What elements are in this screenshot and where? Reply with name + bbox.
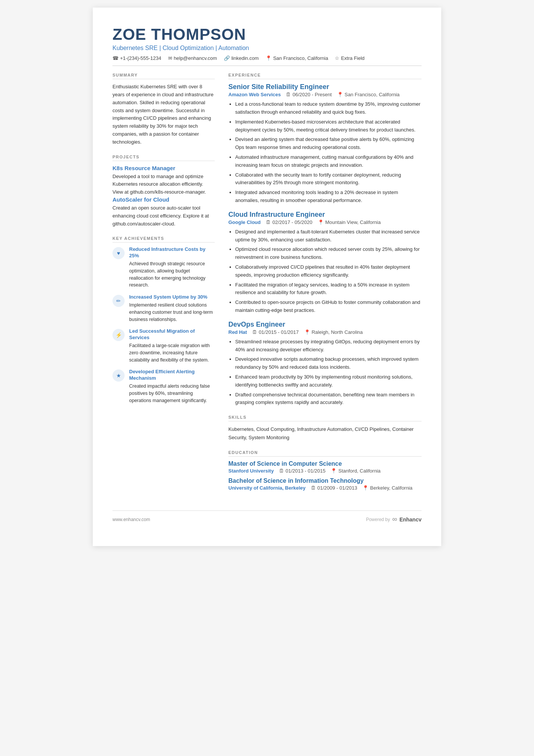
powered-by-text: Powered by: [366, 517, 390, 522]
edu-location-1: 📍 Stanford, California: [331, 468, 380, 474]
job-title-1: Senior Site Reliability Engineer: [228, 83, 422, 91]
job-company-1: Amazon Web Services: [228, 92, 281, 97]
project-desc-2: Created an open source auto-scaler tool …: [112, 204, 215, 228]
job-meta-1: Amazon Web Services 🗓 06/2020 - Present …: [228, 92, 422, 97]
bullet: Developed innovative scripts automating …: [235, 355, 422, 371]
job-meta-3: Red Hat 🗓 01/2015 - 01/2017 📍 Raleigh, N…: [228, 329, 422, 335]
brand-name: Enhancv: [400, 517, 422, 523]
job-3: DevOps Engineer Red Hat 🗓 01/2015 - 01/2…: [228, 321, 422, 407]
achievement-title-4: Developed Efficient Alerting Mechanism: [129, 369, 215, 382]
achievement-content-3: Led Successful Migration of Services Fac…: [129, 328, 215, 363]
achievement-desc-1: Achieved through strategic resource opti…: [129, 260, 215, 289]
achievement-icon-wrap-2: ✏: [112, 295, 125, 307]
edu-degree-2: Bachelor of Science in Information Techn…: [228, 477, 422, 484]
calendar-icon-2: 🗓: [266, 219, 271, 225]
pencil-icon: ✏: [116, 298, 121, 304]
achievement-icon-wrap-4: ★: [112, 369, 125, 382]
bullet: Optimized cloud resource allocation whic…: [235, 246, 422, 261]
achievement-title-3: Led Successful Migration of Services: [129, 328, 215, 341]
contact-extra: ☆ Extra Field: [335, 55, 364, 61]
job-company-2: Google Cloud: [228, 219, 261, 225]
education-section-title: EDUCATION: [228, 450, 422, 457]
summary-section: SUMMARY Enthusiastic Kubernetes SRE with…: [112, 73, 215, 146]
location-text: San Francisco, California: [273, 55, 328, 61]
job-bullets-2: Designed and implemented a fault-toleran…: [228, 228, 422, 315]
link-icon: 🔗: [224, 55, 230, 61]
achievement-content-4: Developed Efficient Alerting Mechanism C…: [129, 369, 215, 404]
email-text: help@enhancv.com: [174, 55, 217, 61]
bullet: Designed and implemented a fault-toleran…: [235, 228, 422, 244]
achievement-item-3: ⚡ Led Successful Migration of Services F…: [112, 328, 215, 363]
pin-icon-3: 📍: [304, 329, 310, 335]
education-section: EDUCATION Master of Science in Computer …: [228, 450, 422, 491]
skills-section-title: SKILLS: [228, 415, 422, 421]
calendar-edu-2: 🗓: [311, 485, 316, 491]
skills-text: Kubernetes, Cloud Computing, Infrastruct…: [228, 425, 422, 442]
job-1: Senior Site Reliability Engineer Amazon …: [228, 83, 422, 205]
achievements-section-title: KEY ACHIEVEMENTS: [112, 236, 215, 243]
calendar-icon-3: 🗓: [252, 329, 257, 335]
achievement-item-2: ✏ Increased System Uptime by 30% Impleme…: [112, 294, 215, 323]
candidate-subtitle: Kubernetes SRE | Cloud Optimization | Au…: [112, 45, 422, 52]
star-icon: ☆: [335, 55, 339, 61]
bullet: Led a cross-functional team to reduce sy…: [235, 100, 422, 116]
bullet: Facilitated the migration of legacy serv…: [235, 281, 422, 297]
experience-section-title: EXPERIENCE: [228, 73, 422, 79]
pin-edu-2: 📍: [362, 485, 368, 491]
achievement-item-4: ★ Developed Efficient Alerting Mechanism…: [112, 369, 215, 404]
left-column: SUMMARY Enthusiastic Kubernetes SRE with…: [112, 73, 215, 499]
lightning-icon: ⚡: [116, 332, 122, 338]
job-location-1: 📍 San Francisco, California: [337, 92, 400, 97]
heart-icon: ♥: [117, 250, 120, 256]
job-date-3: 🗓 01/2015 - 01/2017: [252, 329, 299, 335]
edu-location-2: 📍 Berkeley, California: [362, 485, 412, 491]
edu-school-2: University of California, Berkeley: [228, 485, 306, 491]
achievements-section: KEY ACHIEVEMENTS ♥ Reduced Infrastructur…: [112, 236, 215, 404]
edu-meta-1: Stanford University 🗓 01/2013 - 01/2015 …: [228, 468, 422, 474]
achievement-title-2: Increased System Uptime by 30%: [129, 294, 215, 301]
main-columns: SUMMARY Enthusiastic Kubernetes SRE with…: [112, 73, 422, 499]
project-item-2: AutoScaler for Cloud Created an open sou…: [112, 196, 215, 228]
contact-bar: ☎ +1-(234)-555-1234 ✉ help@enhancv.com 🔗…: [112, 55, 422, 66]
job-bullets-3: Streamlined release processes by integra…: [228, 338, 422, 407]
footer: www.enhancv.com Powered by ∞ Enhancv: [112, 510, 422, 523]
summary-text: Enthusiastic Kubernetes SRE with over 8 …: [112, 83, 215, 146]
footer-logo: Powered by ∞ Enhancv: [366, 515, 422, 523]
achievement-content-1: Reduced Infrastructure Costs by 25% Achi…: [129, 246, 215, 289]
projects-section-title: PROJECTS: [112, 155, 215, 161]
contact-email: ✉ help@enhancv.com: [168, 55, 217, 61]
contact-location: 📍 San Francisco, California: [265, 55, 328, 61]
project-desc-1: Developed a tool to manage and optimize …: [112, 173, 215, 196]
bullet: Collaborated with the security team to f…: [235, 171, 422, 187]
summary-section-title: SUMMARY: [112, 73, 215, 79]
candidate-name: ZOE THOMPSON: [112, 26, 422, 43]
job-company-3: Red Hat: [228, 329, 247, 335]
job-location-3: 📍 Raleigh, North Carolina: [304, 329, 363, 335]
job-meta-2: Google Cloud 🗓 02/2017 - 05/2020 📍 Mount…: [228, 219, 422, 225]
job-title-3: DevOps Engineer: [228, 321, 422, 329]
email-icon: ✉: [168, 55, 172, 61]
bullet: Collaboratively improved CI/CD pipelines…: [235, 263, 422, 279]
right-column: EXPERIENCE Senior Site Reliability Engin…: [228, 73, 422, 499]
footer-website: www.enhancv.com: [112, 517, 150, 522]
achievement-desc-4: Created impactful alerts reducing false …: [129, 383, 215, 404]
header: ZOE THOMPSON Kubernetes SRE | Cloud Opti…: [112, 26, 422, 66]
achievement-icon-wrap-3: ⚡: [112, 329, 125, 341]
achievement-desc-3: Facilitated a large-scale migration with…: [129, 342, 215, 363]
contact-phone: ☎ +1-(234)-555-1234: [112, 55, 161, 61]
job-bullets-1: Led a cross-functional team to reduce sy…: [228, 100, 422, 205]
bullet: Implemented Kubernetes-based microservic…: [235, 118, 422, 134]
projects-section: PROJECTS K8s Resource Manager Developed …: [112, 155, 215, 228]
job-title-2: Cloud Infrastructure Engineer: [228, 211, 422, 219]
edu-meta-2: University of California, Berkeley 🗓 01/…: [228, 485, 422, 491]
pin-icon-2: 📍: [318, 219, 324, 225]
bullet: Automated infrastructure management, cut…: [235, 153, 422, 169]
edu-degree-1: Master of Science in Computer Science: [228, 460, 422, 467]
job-location-2: 📍 Mountain View, California: [318, 219, 381, 225]
job-date-2: 🗓 02/2017 - 05/2020: [266, 219, 312, 225]
edu-date-1: 🗓 01/2013 - 01/2015: [279, 468, 326, 474]
calendar-edu-1: 🗓: [279, 468, 284, 474]
achievement-title-1: Reduced Infrastructure Costs by 25%: [129, 246, 215, 259]
extra-text: Extra Field: [341, 55, 364, 61]
calendar-icon-1: 🗓: [286, 92, 291, 97]
